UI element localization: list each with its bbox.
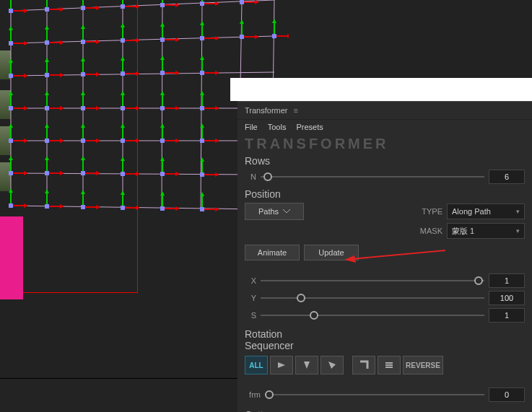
mask-label: MASK xyxy=(418,227,442,235)
panel-menu-icon[interactable]: ≡ xyxy=(294,106,298,115)
y-label: Y xyxy=(245,294,256,302)
frm-slider[interactable] xyxy=(265,390,484,400)
s-slider[interactable] xyxy=(261,310,484,320)
logo: TRANSFORMER xyxy=(237,134,532,152)
seq-down-button[interactable] xyxy=(295,356,318,374)
chevron-down-icon: ▾ xyxy=(516,208,520,215)
svg-rect-149 xyxy=(200,106,204,110)
svg-marker-143 xyxy=(160,91,165,95)
svg-rect-169 xyxy=(121,139,125,143)
mask-value: 蒙版 1 xyxy=(452,226,474,237)
menu-tools[interactable]: Tools xyxy=(268,123,287,131)
mask-select[interactable]: 蒙版 1 ▾ xyxy=(447,223,525,239)
chevron-down-icon: ▾ xyxy=(516,227,520,235)
svg-marker-51 xyxy=(24,41,28,45)
arrow-diag-icon xyxy=(327,360,337,370)
arrow-down-icon xyxy=(302,360,311,370)
svg-marker-138 xyxy=(121,91,125,95)
svg-rect-59 xyxy=(45,40,49,45)
x-input[interactable] xyxy=(489,273,525,288)
section-cutter: Cutter xyxy=(237,403,532,412)
svg-marker-116 xyxy=(215,71,219,75)
svg-marker-108 xyxy=(121,56,125,61)
svg-marker-186 xyxy=(60,171,64,175)
svg-marker-211 xyxy=(24,203,28,208)
section-rows: Rows xyxy=(237,152,532,168)
menu-file[interactable]: File xyxy=(245,123,258,131)
svg-marker-133 xyxy=(81,91,85,95)
seq-lines-button[interactable] xyxy=(378,356,401,374)
paths-dropdown[interactable]: Paths xyxy=(245,203,304,220)
svg-marker-31 xyxy=(136,4,140,9)
svg-marker-141 xyxy=(175,106,180,110)
menu-presets[interactable]: Presets xyxy=(296,123,323,131)
svg-rect-104 xyxy=(81,72,85,76)
svg-rect-159 xyxy=(45,139,49,143)
svg-marker-161 xyxy=(96,139,100,143)
rows-n-slider[interactable] xyxy=(261,172,484,182)
transformer-panel: Transformer ≡ File Tools Presets TRANSFO… xyxy=(237,101,532,412)
frm-input[interactable] xyxy=(489,387,525,402)
svg-rect-24 xyxy=(45,7,49,12)
svg-marker-96 xyxy=(60,73,64,77)
svg-rect-139 xyxy=(121,106,125,110)
svg-marker-168 xyxy=(121,123,125,128)
seq-diag-button[interactable] xyxy=(320,356,344,374)
seq-corner-button[interactable] xyxy=(352,356,375,374)
type-select[interactable]: Along Path ▾ xyxy=(447,203,525,219)
y-slider[interactable] xyxy=(261,293,484,303)
rows-n-input[interactable] xyxy=(489,170,525,184)
svg-marker-176 xyxy=(215,139,219,143)
svg-marker-71 xyxy=(175,38,180,42)
svg-marker-242 xyxy=(328,361,336,369)
svg-marker-188 xyxy=(45,156,49,160)
seq-right-button[interactable] xyxy=(270,356,293,374)
svg-marker-206 xyxy=(215,172,219,177)
animate-button[interactable]: Animate xyxy=(245,245,300,260)
update-button[interactable]: Update xyxy=(304,245,359,260)
svg-marker-118 xyxy=(200,56,204,60)
svg-marker-223 xyxy=(81,190,85,194)
svg-marker-126 xyxy=(60,106,64,110)
s-input[interactable] xyxy=(489,308,525,323)
svg-rect-79 xyxy=(200,36,204,40)
svg-marker-58 xyxy=(45,25,49,30)
svg-rect-94 xyxy=(9,74,13,78)
svg-rect-174 xyxy=(160,139,165,143)
frm-label: frm xyxy=(245,390,261,399)
svg-marker-181 xyxy=(24,171,28,175)
svg-marker-103 xyxy=(81,57,85,61)
svg-marker-153 xyxy=(9,123,13,128)
svg-marker-63 xyxy=(81,25,85,29)
svg-marker-178 xyxy=(200,123,204,128)
svg-marker-36 xyxy=(175,3,180,7)
svg-rect-164 xyxy=(81,139,85,143)
svg-rect-119 xyxy=(200,71,204,75)
svg-marker-106 xyxy=(136,71,140,76)
svg-marker-56 xyxy=(60,40,64,45)
svg-rect-109 xyxy=(121,71,125,76)
arrow-right-icon xyxy=(276,361,287,369)
timeline-panel[interactable] xyxy=(0,378,238,412)
svg-marker-193 xyxy=(81,156,85,160)
svg-marker-173 xyxy=(160,123,165,128)
svg-marker-218 xyxy=(45,189,49,193)
svg-marker-83 xyxy=(240,19,244,24)
section-sequencer: Sequencer xyxy=(237,340,532,353)
x-slider[interactable] xyxy=(261,276,484,286)
svg-marker-216 xyxy=(60,204,64,209)
svg-marker-98 xyxy=(45,58,49,62)
svg-rect-134 xyxy=(81,106,85,110)
y-input[interactable] xyxy=(489,291,525,305)
seq-all-button[interactable]: ALL xyxy=(245,356,268,374)
svg-marker-146 xyxy=(215,106,219,110)
svg-rect-234 xyxy=(160,206,165,211)
svg-marker-148 xyxy=(200,91,204,95)
chevron-down-icon xyxy=(283,209,290,214)
rows-n-label: N xyxy=(245,172,256,181)
svg-marker-16 xyxy=(24,9,28,13)
reverse-button[interactable]: REVERSE xyxy=(403,356,443,374)
svg-marker-156 xyxy=(60,139,64,143)
svg-marker-76 xyxy=(215,36,219,40)
svg-rect-144 xyxy=(160,106,165,110)
